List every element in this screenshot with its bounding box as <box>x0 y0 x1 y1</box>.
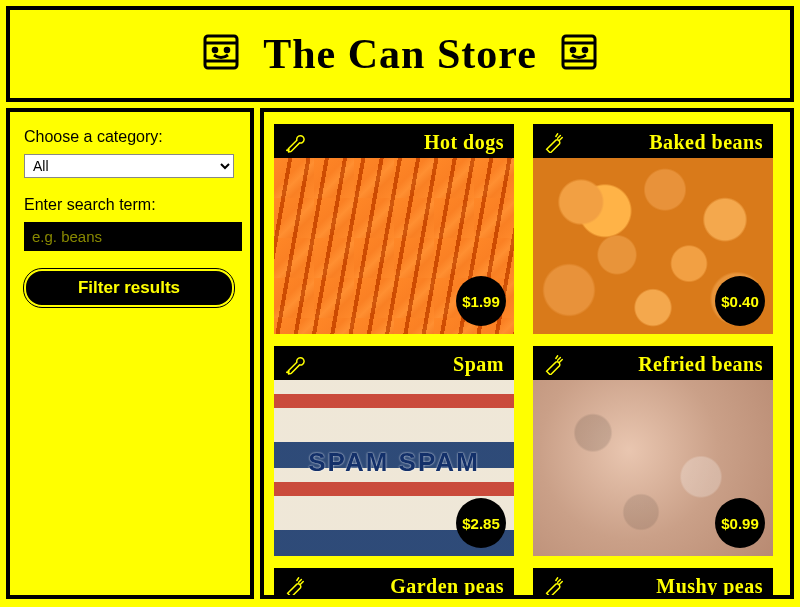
product-head: Refried beans <box>533 346 773 380</box>
product-card[interactable]: Hot dogs$1.99 <box>274 124 514 334</box>
price-badge: $0.40 <box>715 276 765 326</box>
product-title: Garden peas <box>390 575 504 598</box>
product-title: Hot dogs <box>424 131 504 154</box>
product-head: Mushy peas <box>533 568 773 599</box>
body: Choose a category: All Enter search term… <box>6 108 794 599</box>
carrot-icon <box>543 353 565 375</box>
product-image: $0.40 <box>533 158 773 334</box>
price-badge: $1.99 <box>456 276 506 326</box>
carrot-icon <box>284 575 306 597</box>
product-grid: Hot dogs$1.99Baked beans$0.40Spam$2.85Re… <box>274 124 780 599</box>
main: Hot dogs$1.99Baked beans$0.40Spam$2.85Re… <box>260 108 794 599</box>
product-card[interactable]: Mushy peas <box>533 568 773 599</box>
search-input[interactable] <box>24 222 242 251</box>
product-title: Mushy peas <box>656 575 763 598</box>
product-title: Refried beans <box>638 353 763 376</box>
svg-point-3 <box>213 48 217 52</box>
product-head: Spam <box>274 346 514 380</box>
svg-point-9 <box>583 48 587 52</box>
site-title: The Can Store <box>263 30 537 78</box>
carrot-icon <box>543 575 565 597</box>
page: The Can Store Choose a category: All Ent… <box>0 0 800 607</box>
header: The Can Store <box>6 6 794 102</box>
product-card[interactable]: Refried beans$0.99 <box>533 346 773 556</box>
search-label: Enter search term: <box>24 196 236 214</box>
sidebar: Choose a category: All Enter search term… <box>6 108 254 599</box>
product-head: Garden peas <box>274 568 514 599</box>
can-icon <box>555 28 603 80</box>
svg-rect-0 <box>205 36 237 68</box>
meat-icon <box>284 353 306 375</box>
product-head: Hot dogs <box>274 124 514 158</box>
product-head: Baked beans <box>533 124 773 158</box>
price-badge: $2.85 <box>456 498 506 548</box>
category-label: Choose a category: <box>24 128 236 146</box>
product-title: Baked beans <box>649 131 763 154</box>
product-card[interactable]: Garden peas <box>274 568 514 599</box>
product-image: $2.85 <box>274 380 514 556</box>
product-card[interactable]: Baked beans$0.40 <box>533 124 773 334</box>
product-title: Spam <box>453 353 504 376</box>
meat-icon <box>284 131 306 153</box>
category-select[interactable]: All <box>24 154 234 178</box>
product-card[interactable]: Spam$2.85 <box>274 346 514 556</box>
can-icon <box>197 28 245 80</box>
product-image: $0.99 <box>533 380 773 556</box>
svg-point-4 <box>225 48 229 52</box>
svg-rect-5 <box>563 36 595 68</box>
svg-point-8 <box>571 48 575 52</box>
product-image: $1.99 <box>274 158 514 334</box>
filter-button[interactable]: Filter results <box>24 269 234 307</box>
price-badge: $0.99 <box>715 498 765 548</box>
carrot-icon <box>543 131 565 153</box>
